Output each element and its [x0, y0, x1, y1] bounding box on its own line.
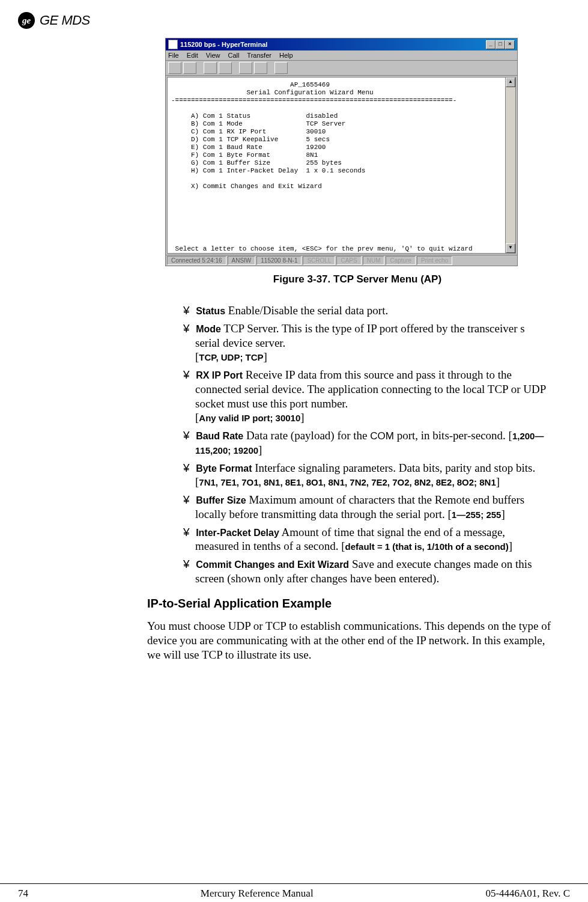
terminal-output: AP_1655469 Serial Configuration Wizard M… [167, 77, 505, 254]
status-bar: Connected 5:24:16 ANSIW 115200 8-N-1 SCR… [166, 255, 517, 266]
status-settings: 115200 8-N-1 [256, 256, 302, 265]
menu-transfer[interactable]: Transfer [247, 52, 271, 59]
menu-edit[interactable]: Edit [187, 52, 198, 59]
scroll-down-icon[interactable]: ▼ [506, 243, 515, 253]
param-commit-changes: ¥ Commit Changes and Exit Wizard Save an… [183, 557, 550, 586]
toolbar-open-icon[interactable] [183, 62, 196, 74]
toolbar-call-icon[interactable] [204, 62, 217, 74]
status-capture: Capture [386, 256, 416, 265]
brand-name: GE MDS [40, 13, 90, 28]
status-connected: Connected 5:24:16 [167, 256, 226, 265]
menu-help[interactable]: Help [279, 52, 293, 59]
section-heading: IP-to-Serial Application Example [147, 597, 556, 611]
section-body: You must choose UDP or TCP to establish … [147, 619, 556, 663]
figure-caption: Figure 3-37. TCP Server Menu (AP) [165, 273, 550, 285]
close-icon[interactable]: × [505, 40, 515, 49]
menubar: File Edit View Call Transfer Help [166, 50, 517, 61]
footer-manual-title: Mercury Reference Manual [201, 888, 314, 900]
toolbar-properties-icon[interactable] [274, 62, 288, 74]
menu-call[interactable]: Call [228, 52, 240, 59]
param-byte-format: ¥ Byte Format Interface signaling parame… [183, 461, 550, 490]
toolbar [166, 61, 517, 76]
vertical-scrollbar[interactable]: ▲ ▼ [505, 77, 516, 254]
page-header: ge GE MDS [18, 12, 558, 29]
ge-logo-icon: ge [18, 12, 35, 29]
footer-doc-id: 05-4446A01, Rev. C [485, 888, 570, 900]
app-icon [168, 40, 178, 49]
hyperterminal-screenshot: 115200 bps - HyperTerminal _ □ × File Ed… [165, 38, 518, 266]
minimize-icon[interactable]: _ [486, 40, 496, 49]
footer-page-number: 74 [18, 888, 28, 900]
window-titlebar: 115200 bps - HyperTerminal _ □ × [166, 38, 517, 50]
toolbar-hangup-icon[interactable] [219, 62, 232, 74]
status-scroll: SCROLL [303, 256, 335, 265]
menu-view[interactable]: View [206, 52, 220, 59]
window-title: 115200 bps - HyperTerminal [180, 41, 267, 48]
param-rx-ip-port: ¥ RX IP Port Receive IP data from this s… [183, 368, 550, 425]
toolbar-send-icon[interactable] [239, 62, 252, 74]
param-mode: ¥ Mode TCP Server. This is the type of I… [183, 321, 550, 364]
scroll-up-icon[interactable]: ▲ [506, 78, 515, 87]
maximize-icon[interactable]: □ [496, 40, 505, 49]
menu-file[interactable]: File [168, 52, 179, 59]
param-status: ¥ Status Enable/Disable the serial data … [183, 303, 550, 318]
param-inter-packet-delay: ¥ Inter-Packet Delay Amount of time that… [183, 525, 550, 554]
toolbar-new-icon[interactable] [168, 62, 181, 74]
page-footer: 74 Mercury Reference Manual 05-4446A01, … [0, 883, 588, 900]
param-baud-rate: ¥ Baud Rate Data rate (payload) for the … [183, 428, 550, 457]
status-emulation: ANSIW [228, 256, 256, 265]
status-echo: Print echo [417, 256, 452, 265]
toolbar-receive-icon[interactable] [254, 62, 267, 74]
param-buffer-size: ¥ Buffer Size Maximum amount of characte… [183, 493, 550, 522]
status-caps: CAPS [336, 256, 361, 265]
parameter-list: ¥ Status Enable/Disable the serial data … [165, 303, 550, 586]
status-num: NUM [363, 256, 385, 265]
